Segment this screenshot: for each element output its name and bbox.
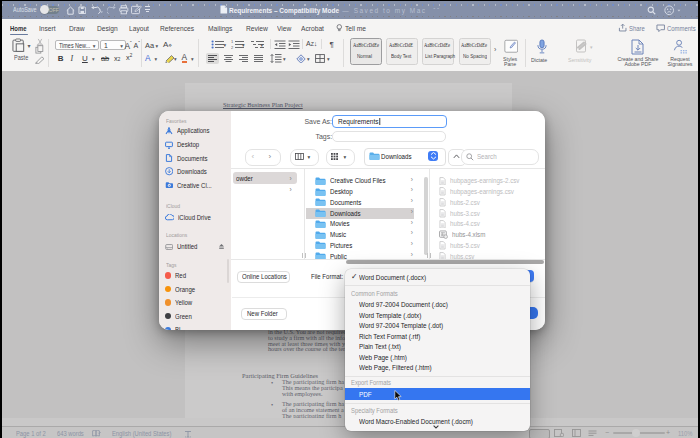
svg-text:1: 1 <box>231 40 234 44</box>
svg-text:2: 2 <box>231 45 234 49</box>
